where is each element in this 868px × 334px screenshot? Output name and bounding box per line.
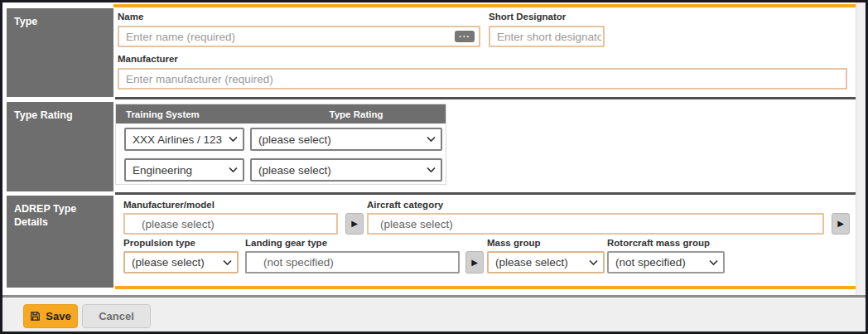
type-rating-table-header: Training System Type Rating xyxy=(116,104,446,123)
propulsion-type-label: Propulsion type xyxy=(123,238,195,248)
training-system-select-row1[interactable]: XXX Airlines / 123 Air xyxy=(124,128,244,151)
manufacturer-model-picker-button[interactable]: ▶ xyxy=(345,213,364,235)
save-icon xyxy=(30,311,41,322)
propulsion-type-select[interactable]: (please select) xyxy=(123,251,239,273)
section-divider xyxy=(115,192,856,195)
mass-group-select-control[interactable]: (please select) xyxy=(487,251,605,273)
play-icon: ▶ xyxy=(351,220,358,228)
landing-gear-type-field[interactable] xyxy=(245,251,460,273)
section-title: ADREP Type Details xyxy=(14,203,76,228)
scrollbar-track[interactable] xyxy=(856,2,866,295)
save-button[interactable]: Save xyxy=(23,304,78,328)
training-system-select-row2[interactable]: Engineering xyxy=(124,158,244,182)
manufacturer-input[interactable] xyxy=(118,68,847,90)
training-system-select-row2-control[interactable]: Engineering xyxy=(124,158,244,182)
form-window: Type Type Rating ADREP Type Details Name… xyxy=(0,0,868,334)
type-rating-select-row2-control[interactable]: (please select) xyxy=(250,158,442,182)
save-button-label: Save xyxy=(46,310,70,322)
play-icon: ▶ xyxy=(471,259,478,267)
manufacturer-model-field[interactable] xyxy=(123,213,338,235)
section-title: Type Rating xyxy=(14,109,73,121)
column-header-training-system: Training System xyxy=(116,109,267,119)
bottom-accent-line xyxy=(115,286,856,289)
type-rating-select-row1-control[interactable]: (please select) xyxy=(250,128,442,151)
section-header-adrep-type-details: ADREP Type Details xyxy=(7,196,113,288)
play-icon: ▶ xyxy=(837,220,844,228)
aircraft-category-label: Aircraft category xyxy=(367,200,443,210)
rotorcraft-mass-group-label: Rotorcraft mass group xyxy=(607,238,710,248)
section-title: Type xyxy=(14,16,37,27)
section-header-type: Type xyxy=(7,8,113,97)
name-input[interactable] xyxy=(118,26,480,47)
cancel-button-label: Cancel xyxy=(99,310,134,322)
landing-gear-type-label: Landing gear type xyxy=(245,238,327,248)
landing-gear-type-picker-button[interactable]: ▶ xyxy=(465,251,484,273)
short-designator-label: Short Designator xyxy=(489,12,566,22)
aircraft-category-picker-button[interactable]: ▶ xyxy=(832,213,850,235)
section-header-type-rating: Type Rating xyxy=(7,102,113,191)
mass-group-label: Mass group xyxy=(487,238,541,248)
keyboard-icon[interactable]: ··· xyxy=(455,31,475,42)
rotorcraft-mass-group-select[interactable]: (not specified) xyxy=(607,251,725,273)
mass-group-select[interactable]: (please select) xyxy=(487,251,605,273)
section-divider xyxy=(115,97,856,99)
column-header-type-rating: Type Rating xyxy=(267,109,446,119)
short-designator-input[interactable] xyxy=(489,26,605,47)
manufacturer-model-label: Manufacturer/model xyxy=(123,200,215,210)
cancel-button[interactable]: Cancel xyxy=(82,304,151,328)
propulsion-type-select-control[interactable]: (please select) xyxy=(123,251,239,273)
rotorcraft-mass-group-select-control[interactable]: (not specified) xyxy=(607,251,725,273)
manufacturer-label: Manufacturer xyxy=(118,54,178,64)
type-rating-select-row1[interactable]: (please select) xyxy=(250,128,442,151)
name-label: Name xyxy=(118,12,143,22)
top-accent-line xyxy=(113,4,856,7)
aircraft-category-field[interactable] xyxy=(367,213,824,235)
training-system-select-row1-control[interactable]: XXX Airlines / 123 Air xyxy=(124,128,244,151)
type-rating-select-row2[interactable]: (please select) xyxy=(250,158,442,182)
